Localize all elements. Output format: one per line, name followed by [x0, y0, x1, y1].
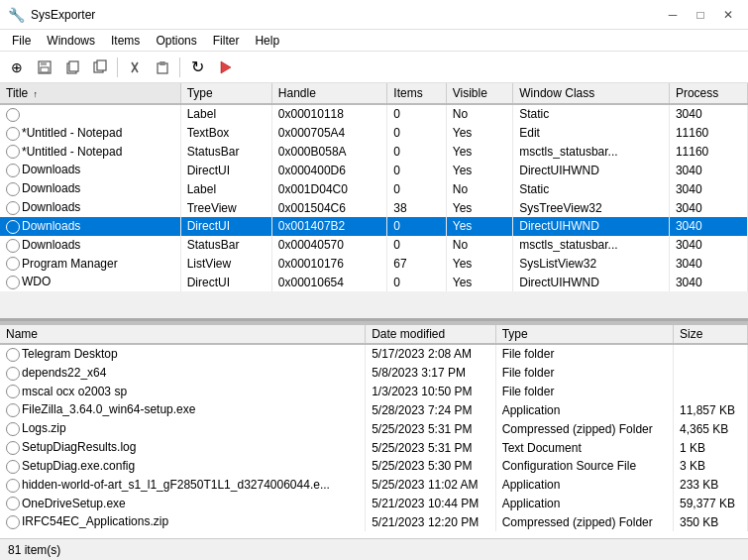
toolbar-copy2-button[interactable] — [87, 56, 113, 79]
menu-items[interactable]: Items — [103, 32, 148, 50]
table-cell: WDO — [0, 273, 180, 291]
list-cell: hidden-world-of-art_s1_l1_gF2850T1L1_d32… — [0, 476, 366, 495]
list-item[interactable]: IRFC54EC_Applications.zip5/21/2023 12:20… — [0, 512, 748, 531]
list-item[interactable]: depends22_x645/8/2023 3:17 PMFile folder — [0, 364, 748, 383]
table-cell: 0x000B058A — [271, 143, 387, 162]
list-cell: 1 KB — [673, 438, 747, 457]
table-row[interactable]: DownloadsTreeView0x001504C638YesSysTreeV… — [0, 198, 748, 217]
table-row[interactable]: Program ManagerListView0x0001017667YesSy… — [0, 255, 748, 274]
bottom-col-size[interactable]: Size — [673, 325, 747, 344]
list-cell — [673, 364, 747, 383]
row-icon — [6, 257, 20, 271]
row-icon — [6, 164, 20, 177]
table-row[interactable]: *Untitled - NotepadTextBox0x000705A40Yes… — [0, 124, 748, 143]
bottom-col-type[interactable]: Type — [495, 325, 673, 344]
bottom-table-container[interactable]: Name Date modified Type Size Telegram De… — [0, 325, 748, 538]
list-item[interactable]: Logs.zip5/25/2023 5:31 PMCompressed (zip… — [0, 419, 748, 438]
list-cell: 5/8/2023 3:17 PM — [366, 364, 496, 383]
toolbar: ⊕ ↻ — [0, 52, 748, 83]
maximize-button[interactable]: □ — [689, 6, 712, 24]
col-handle[interactable]: Handle — [271, 83, 387, 104]
table-cell: 0x00040570 — [271, 236, 387, 255]
file-icon — [6, 460, 20, 474]
list-cell: depends22_x64 — [0, 364, 366, 383]
menu-filter[interactable]: Filter — [205, 32, 248, 50]
col-items[interactable]: Items — [387, 83, 446, 104]
table-cell: ListView — [180, 255, 271, 274]
list-cell: Application — [495, 400, 673, 419]
table-cell: 0x001407B2 — [271, 217, 387, 236]
title-bar-controls: ─ □ ✕ — [661, 6, 740, 24]
list-item[interactable]: SetupDiagResults.log5/25/2023 5:31 PMTex… — [0, 438, 748, 457]
status-text: 81 item(s) — [8, 543, 60, 557]
table-cell: TreeView — [180, 198, 271, 217]
table-cell: 0x00010654 — [271, 273, 387, 291]
list-cell: IRFC54EC_Applications.zip — [0, 512, 366, 531]
col-type[interactable]: Type — [180, 83, 271, 104]
toolbar-paste-button[interactable] — [150, 56, 175, 79]
toolbar-globe-button[interactable]: ⊕ — [4, 56, 30, 79]
top-table-container[interactable]: Title ↑ Type Handle Items Visible Window… — [0, 83, 748, 321]
col-window-class[interactable]: Window Class — [513, 83, 670, 104]
menu-windows[interactable]: Windows — [39, 32, 103, 50]
table-row[interactable]: DownloadsDirectUI0x000400D60YesDirectUIH… — [0, 161, 748, 179]
list-cell: Configuration Source File — [495, 457, 673, 476]
minimize-button[interactable]: ─ — [661, 6, 685, 24]
list-item[interactable]: FileZilla_3.64.0_win64-setup.exe5/28/202… — [0, 400, 748, 419]
table-cell: 0x001504C6 — [271, 198, 387, 217]
list-item[interactable]: hidden-world-of-art_s1_l1_gF2850T1L1_d32… — [0, 476, 748, 495]
list-cell: Telegram Desktop — [0, 344, 366, 364]
table-cell: TextBox — [180, 124, 271, 143]
table-row[interactable]: WDODirectUI0x000106540YesDirectUIHWND304… — [0, 273, 748, 291]
status-bar: 81 item(s) — [0, 538, 748, 560]
table-cell: DirectUIHWND — [513, 273, 670, 291]
table-cell: Static — [513, 104, 670, 124]
table-cell: Static — [513, 179, 670, 198]
table-row[interactable]: DownloadsStatusBar0x000405700Nomsctls_st… — [0, 236, 748, 255]
table-cell: DirectUI — [180, 273, 271, 291]
table-cell: *Untitled - Notepad — [0, 143, 180, 162]
table-cell: 3040 — [669, 217, 747, 236]
list-cell: 5/21/2023 10:44 PM — [366, 495, 496, 513]
menu-file[interactable]: File — [4, 32, 39, 50]
table-cell: Yes — [446, 161, 513, 179]
svg-rect-2 — [41, 67, 49, 72]
table-row[interactable]: Label0x000101180NoStatic3040 — [0, 104, 748, 124]
table-row[interactable]: DownloadsDirectUI0x001407B20YesDirectUIH… — [0, 217, 748, 236]
toolbar-copy-button[interactable] — [59, 56, 85, 79]
menu-help[interactable]: Help — [247, 32, 287, 50]
bottom-col-name[interactable]: Name — [0, 325, 366, 344]
list-cell: Application — [495, 476, 673, 495]
table-cell: 3040 — [669, 273, 747, 291]
list-cell: 5/28/2023 7:24 PM — [366, 400, 496, 419]
toolbar-refresh-button[interactable]: ↻ — [184, 56, 210, 79]
table-cell: Yes — [446, 255, 513, 274]
toolbar-cut-button[interactable] — [122, 56, 148, 79]
close-button[interactable]: ✕ — [716, 6, 740, 24]
table-cell: 38 — [387, 198, 446, 217]
col-process[interactable]: Process — [669, 83, 747, 104]
list-cell: 5/25/2023 5:30 PM — [366, 457, 496, 476]
list-cell: 5/25/2023 5:31 PM — [366, 438, 496, 457]
bottom-table: Name Date modified Type Size Telegram De… — [0, 325, 748, 531]
toolbar-save-button[interactable] — [32, 56, 57, 79]
toolbar-run-button[interactable] — [212, 56, 238, 79]
list-item[interactable]: mscal ocx o2003 sp1/3/2023 10:50 PMFile … — [0, 383, 748, 401]
list-item[interactable]: Telegram Desktop5/17/2023 2:08 AMFile fo… — [0, 344, 748, 364]
table-cell: 0 — [387, 104, 446, 124]
menu-options[interactable]: Options — [148, 32, 204, 50]
table-cell: 0x000705A4 — [271, 124, 387, 143]
table-row[interactable]: *Untitled - NotepadStatusBar0x000B058A0Y… — [0, 143, 748, 162]
bottom-col-date[interactable]: Date modified — [366, 325, 496, 344]
col-visible[interactable]: Visible — [446, 83, 513, 104]
list-item[interactable]: OneDriveSetup.exe5/21/2023 10:44 PMAppli… — [0, 495, 748, 513]
table-row[interactable]: DownloadsLabel0x001D04C00NoStatic3040 — [0, 179, 748, 198]
list-item[interactable]: SetupDiag.exe.config5/25/2023 5:30 PMCon… — [0, 457, 748, 476]
row-icon — [6, 108, 20, 122]
list-cell — [673, 383, 747, 401]
file-icon — [6, 479, 20, 493]
list-cell: File folder — [495, 364, 673, 383]
col-title[interactable]: Title ↑ — [0, 83, 180, 104]
table-cell: No — [446, 104, 513, 124]
top-table-body: Label0x000101180NoStatic3040*Untitled - … — [0, 104, 748, 291]
